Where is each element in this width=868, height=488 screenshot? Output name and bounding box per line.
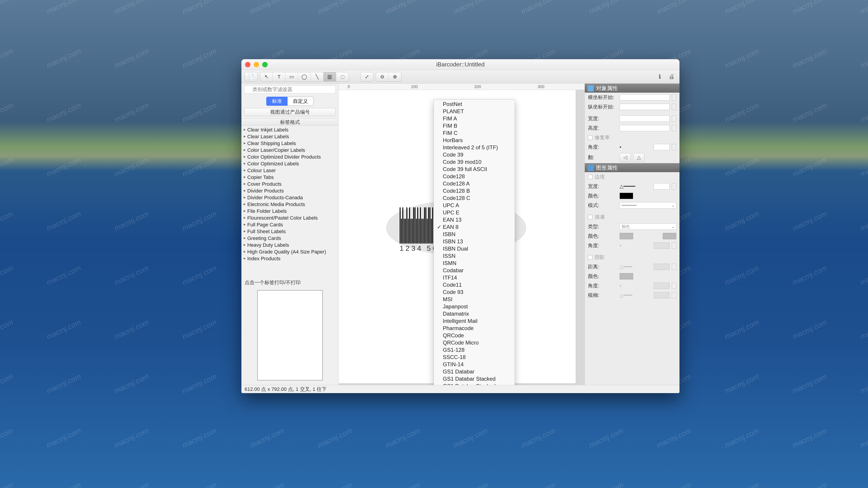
fill-colorwell-1[interactable]: [620, 233, 633, 239]
category-item[interactable]: High Grade Quality (A4 Size Paper): [241, 249, 338, 255]
border-width-field[interactable]: [654, 183, 670, 190]
category-item[interactable]: Greeting Cards: [241, 235, 338, 242]
barcode-type-menu[interactable]: PostNetPLANETFIM AFIM BFIM CHorBarsInter…: [434, 99, 515, 385]
menu-item[interactable]: GS1 Databar Stacked: [434, 375, 515, 383]
menu-item[interactable]: EAN 13: [434, 216, 515, 223]
category-item[interactable]: Full Sheet Labels: [241, 228, 338, 235]
category-item[interactable]: Index Products: [241, 255, 338, 262]
segment-custom[interactable]: 自定义: [287, 97, 313, 106]
height-field[interactable]: [620, 125, 670, 131]
category-item[interactable]: Color Laser/Copier Labels: [241, 147, 338, 154]
menu-item[interactable]: ISMN: [434, 260, 515, 267]
inspector-graphic-header[interactable]: 图形属性: [585, 163, 680, 172]
zoom-in-icon[interactable]: ⊕: [389, 72, 401, 81]
inspector-object-header[interactable]: 对象属性: [585, 84, 680, 93]
angle-field[interactable]: [654, 144, 670, 150]
menu-item[interactable]: Pharmacode: [434, 325, 515, 332]
category-item[interactable]: Color Optimized Labels: [241, 160, 338, 167]
menu-item[interactable]: Code128: [434, 173, 515, 180]
rect-tool-icon[interactable]: ▭: [285, 72, 298, 81]
y-stepper[interactable]: [672, 104, 676, 110]
menu-item[interactable]: QRCode Micro: [434, 339, 515, 346]
menu-item[interactable]: Code 39 mod10: [434, 158, 515, 166]
line-tool-icon[interactable]: ╲: [311, 72, 323, 81]
border-colorwell[interactable]: [620, 193, 633, 199]
border-checkbox[interactable]: [588, 175, 592, 179]
shadow-checkbox[interactable]: [588, 255, 592, 260]
text-tool-icon[interactable]: T: [273, 72, 285, 81]
fill-checkbox[interactable]: [588, 215, 592, 219]
category-item[interactable]: Electronic Media Products: [241, 201, 338, 208]
barcode-tool-icon[interactable]: ▥: [323, 72, 336, 81]
label-preview[interactable]: [241, 288, 338, 385]
menu-item[interactable]: Code11: [434, 281, 515, 289]
stamp-tool-icon[interactable]: ◌: [336, 72, 349, 81]
label-format-tree[interactable]: Clear Inkjet LabelsClear Laser LabelsCle…: [241, 126, 338, 278]
menu-item[interactable]: Codabar: [434, 267, 515, 274]
menu-item[interactable]: ISBN: [434, 231, 515, 238]
menu-item[interactable]: EAN 8: [434, 223, 515, 231]
menu-item[interactable]: PostNet: [434, 101, 515, 108]
menu-item[interactable]: GS1 Databar Stacked Omni: [434, 383, 515, 385]
menu-item[interactable]: FIM A: [434, 115, 515, 122]
menu-item[interactable]: Code128 B: [434, 187, 515, 195]
category-item[interactable]: Color Optimized Divider Products: [241, 154, 338, 160]
menu-item[interactable]: UPC A: [434, 202, 515, 209]
menu-item[interactable]: QRCode: [434, 332, 515, 339]
fill-colorwell-2[interactable]: [663, 233, 676, 239]
menu-item[interactable]: Interleaved 2 of 5 (ITF): [434, 144, 515, 151]
menu-item[interactable]: SSCC-18: [434, 354, 515, 361]
category-item[interactable]: Heavy Duty Labels: [241, 242, 338, 249]
category-item[interactable]: Cover Products: [241, 181, 338, 188]
category-item[interactable]: Full Page Cards: [241, 221, 338, 228]
x-start-field[interactable]: [620, 94, 670, 101]
menu-item[interactable]: Datamatrix: [434, 310, 515, 318]
border-mode-dropdown[interactable]: ━━━━━━: [620, 202, 676, 208]
menu-item[interactable]: ISSN: [434, 252, 515, 260]
category-item[interactable]: Clear Laser Labels: [241, 133, 338, 140]
info-icon[interactable]: ℹ: [655, 72, 664, 82]
document-tool-icon[interactable]: 📄: [245, 72, 257, 81]
zoom-out-icon[interactable]: ⊖: [376, 72, 389, 81]
category-item[interactable]: File Folder Labels: [241, 208, 338, 215]
zoom-fit-icon[interactable]: ⤢: [361, 72, 373, 81]
menu-item[interactable]: MSI: [434, 296, 515, 303]
menu-item[interactable]: Code 39 full ASCII: [434, 166, 515, 173]
menu-item[interactable]: Code128 A: [434, 180, 515, 187]
menu-item[interactable]: PLANET: [434, 108, 515, 115]
category-item[interactable]: Copier Tabs: [241, 174, 338, 181]
menu-item[interactable]: Intelligent Mail: [434, 318, 515, 325]
menu-item[interactable]: ITF14: [434, 274, 515, 281]
menu-item[interactable]: Code 93: [434, 289, 515, 296]
menu-item[interactable]: UPC E: [434, 209, 515, 216]
oval-tool-icon[interactable]: ◯: [298, 72, 311, 81]
search-input[interactable]: [244, 86, 336, 94]
category-item[interactable]: Clear Inkjet Labels: [241, 127, 338, 133]
view-by-product-button[interactable]: 视图通过产品编号: [244, 108, 336, 116]
y-start-field[interactable]: [620, 104, 670, 110]
category-item[interactable]: Clear Shipping Labels: [241, 140, 338, 147]
fill-type-dropdown[interactable]: 颜色: [620, 223, 676, 230]
menu-item[interactable]: Code128 C: [434, 195, 515, 202]
menu-item[interactable]: GS1-128: [434, 346, 515, 354]
menu-item[interactable]: FIM C: [434, 129, 515, 137]
shadow-colorwell[interactable]: [620, 273, 633, 280]
menu-item[interactable]: Code 39: [434, 151, 515, 158]
category-item[interactable]: Divider Products-Canada: [241, 194, 338, 201]
menu-item[interactable]: ISBN 13: [434, 238, 515, 245]
flip-v-button[interactable]: △: [633, 153, 645, 162]
pointer-tool-icon[interactable]: ↖: [260, 72, 273, 81]
menu-item[interactable]: Japanpost: [434, 303, 515, 310]
titlebar[interactable]: iBarcoder::Untitled: [241, 59, 680, 70]
menu-item[interactable]: GS1 Databar: [434, 368, 515, 375]
category-item[interactable]: Colour Laser: [241, 167, 338, 174]
x-stepper[interactable]: [672, 94, 676, 101]
category-item[interactable]: Divider Products: [241, 188, 338, 194]
menu-item[interactable]: HorBars: [434, 137, 515, 144]
menu-item[interactable]: GTIN-14: [434, 361, 515, 368]
keep-ratio-checkbox[interactable]: [588, 135, 592, 140]
menu-item[interactable]: FIM B: [434, 122, 515, 129]
width-field[interactable]: [620, 116, 670, 122]
segment-standard[interactable]: 标准: [266, 97, 287, 106]
category-item[interactable]: Flourescent/Pastel Color Labels: [241, 215, 338, 221]
